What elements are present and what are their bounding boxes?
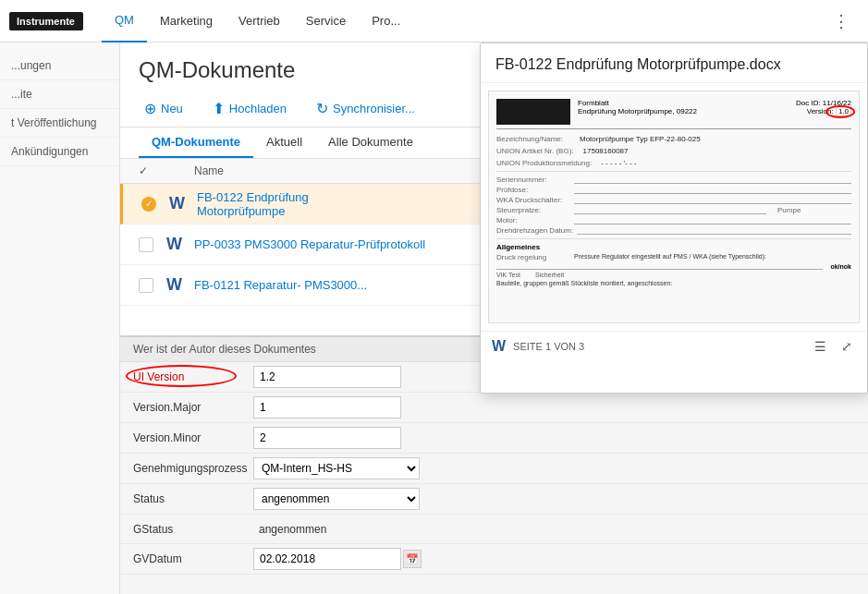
doc-ok-label: ok/nok [830,263,851,270]
doc-header-right: Doc ID: 11/16/22 Version: 1.0 [796,99,851,125]
doc-article-label: UNION Artikel Nr. (BG): [496,147,574,155]
doc-article-value: 17508160087 [583,147,629,155]
doc-wka-label: WKA Druckschalter: [496,196,570,204]
tab-aktuell[interactable]: Aktuell [253,127,315,158]
word-icon-2: W [166,235,194,254]
doc-logo-box [496,99,570,125]
preview-title: FB-0122 Endprüfung Motorprüfpumpe.docx [481,43,867,83]
prop-input-ui-version[interactable] [253,366,401,388]
doc-version-label: Version: [807,107,834,115]
top-nav: Instrumente QM Marketing Vertrieb Servic… [0,0,868,42]
preview-content: Formblatt Endprüfung Motorprüfpumpe, 092… [481,83,867,331]
nav-pro[interactable]: Pro... [359,0,413,42]
nav-service[interactable]: Service [293,0,359,42]
preview-expand-icon[interactable]: ⤢ [837,337,856,356]
prop-select-genehmigung[interactable]: QM-Intern_HS-HS [253,457,420,479]
tab-qm-dokumente[interactable]: QM-Dokumente [139,127,253,158]
prop-input-version-major[interactable] [253,396,401,418]
doc-ok-row: ok/nok [496,263,851,270]
doc-form-title: Formblatt [578,99,789,107]
plus-icon: ⊕ [144,100,156,117]
doc-bezeichnung-label: Bezeichnung/Name: [496,135,570,143]
calendar-icon[interactable]: 📅 [403,550,422,568]
doc-datum-line [577,226,851,235]
nav-vertrieb[interactable]: Vertrieb [226,0,293,42]
preview-panel: FB-0122 Endprüfung Motorprüfpumpe.docx F… [480,42,868,394]
prop-label-status: Status [133,492,253,505]
prop-label-ui-version: UI Version [133,370,253,383]
sidebar-item-ankuendigungen[interactable]: Ankündigungen [0,138,119,166]
doc-id-label: Doc ID: [796,99,821,107]
preview-list-view-icon[interactable]: ☰ [811,337,830,356]
word-icon: W [169,194,197,213]
prop-row-gvdatum: GVDatum 📅 [120,544,868,575]
doc-sicherheit-label: Sicherheit [535,272,564,278]
tab-alle-dokumente[interactable]: Alle Dokumente [315,127,426,158]
check-col-header: ✓ [139,164,166,177]
doc-ok-line [496,263,823,270]
doc-test-row: VIK Test Sicherheit [496,272,851,278]
prop-label-version-minor: Version.Minor [133,431,253,444]
sidebar-item-ungen[interactable]: ...ungen [0,52,119,80]
doc-wka-row: WKA Druckschalter: [496,196,851,204]
check-empty-icon [139,237,166,252]
prop-row-version-minor: Version.Minor [120,423,868,454]
doc-pumpe-label: Pumpe [777,206,851,214]
doc-production-row: UNION Produktionsmeldung: - - - - - '- -… [496,159,851,167]
doc-form-subtitle: Endprüfung Motorprüfpumpe, 09222 [578,107,789,115]
dots-menu-icon[interactable]: ⋮ [824,11,859,31]
doc-bezeichnung-row: Bezeichnung/Name: Motorprüfpumpe Typ EFP… [496,135,851,143]
doc-bezeichnung-value: Motorprüfpumpe Typ EFP-22-80-025 [580,135,701,143]
nav-qm[interactable]: QM [102,0,147,42]
doc-bauteile-row: Bauteile, gruppen gemäß Stückliste monti… [496,280,851,286]
upload-icon: ⬆ [213,100,225,117]
doc-pruef-line [574,186,851,194]
doc-bauteile-label: Bauteile, gruppen gemäß Stückliste monti… [496,280,672,286]
prop-row-status: Status angenommen [120,484,868,515]
doc-test-label: VIK Test [496,272,520,278]
preview-actions: ☰ ⤢ [811,337,856,356]
doc-version-value: 1.0 [836,106,851,116]
sidebar-item-ite[interactable]: ...ite [0,80,119,109]
nav-marketing[interactable]: Marketing [147,0,226,42]
prop-label-gstatus: GStatus [133,523,253,536]
upload-label: Hochladen [229,102,287,115]
doc-serien-row: Seriennummer: [496,176,851,184]
preview-word-icon: W [492,338,506,355]
doc-pruef-label: Prüfdose: [496,186,570,194]
doc-druck-value: Pressure Regulator eingestellt auf PMS /… [574,253,851,261]
prop-input-version-minor[interactable] [253,427,401,449]
upload-button[interactable]: ⬆ Hochladen [207,96,292,121]
check-selected-icon: ✓ [141,197,169,212]
doc-druck-label: Druck regelung [496,253,570,261]
sync-button[interactable]: ↻ Synchronisier... [311,96,421,121]
preview-document: Formblatt Endprüfung Motorprüfpumpe, 092… [488,91,860,323]
sidebar-item-veroeffentlichung[interactable]: t Veröffentlichung [0,109,119,138]
prop-value-gstatus: angenommen [253,521,332,538]
doc-motor-line [574,216,851,224]
doc-datum-label: Drehdrehzagen Datum: [496,226,573,235]
content-area: QM-Dokumente ⊕ Neu ⬆ Hochladen ↻ Synchro… [120,42,868,594]
doc-wka-line [574,196,851,204]
sync-icon: ↻ [316,100,328,117]
doc-motor-row: Motor: [496,216,851,224]
doc-steuer-label: Steuerpratze: [496,206,570,214]
doc-version-row: Version: 1.0 [796,107,851,115]
doc-production-label: UNION Produktionsmeldung: [496,159,592,167]
prop-row-version-major: Version.Major [120,393,868,423]
word-icon-3: W [166,275,194,295]
prop-label-genehmigung: Genehmigungsprozess [133,462,253,475]
prop-select-status[interactable]: angenommen [253,488,420,510]
doc-production-value: - - - - - '- - - [601,159,636,167]
doc-divider-1 [496,171,851,172]
prop-input-gvdatum[interactable] [253,548,401,570]
doc-allgemeines-title: Allgemeines [496,243,851,251]
doc-steuer-row: Steuerpratze: Pumpe [496,206,851,214]
prop-label-gvdatum: GVDatum [133,552,253,565]
doc-article-row: UNION Artikel Nr. (BG): 17508160087 [496,147,851,155]
doc-serien-line [574,176,851,184]
sidebar: ...ungen ...ite t Veröffentlichung Ankün… [0,42,120,594]
check-empty-icon-3 [139,278,166,293]
new-button[interactable]: ⊕ Neu [139,96,189,121]
prop-date-wrapper: 📅 [253,548,422,570]
